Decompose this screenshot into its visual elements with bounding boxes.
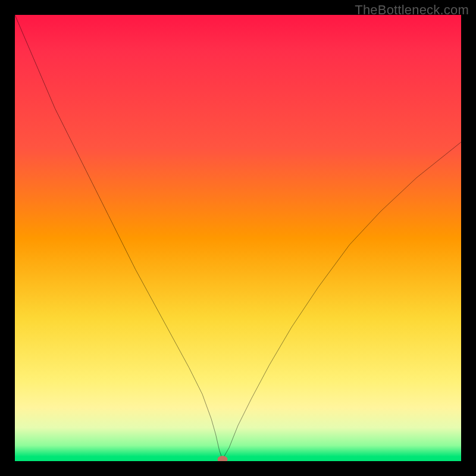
plot-area — [15, 15, 461, 461]
watermark-text: TheBottleneck.com — [355, 2, 469, 18]
optimal-point-marker — [217, 456, 227, 461]
bottleneck-curve — [15, 15, 461, 461]
chart-frame: TheBottleneck.com — [0, 0, 476, 476]
